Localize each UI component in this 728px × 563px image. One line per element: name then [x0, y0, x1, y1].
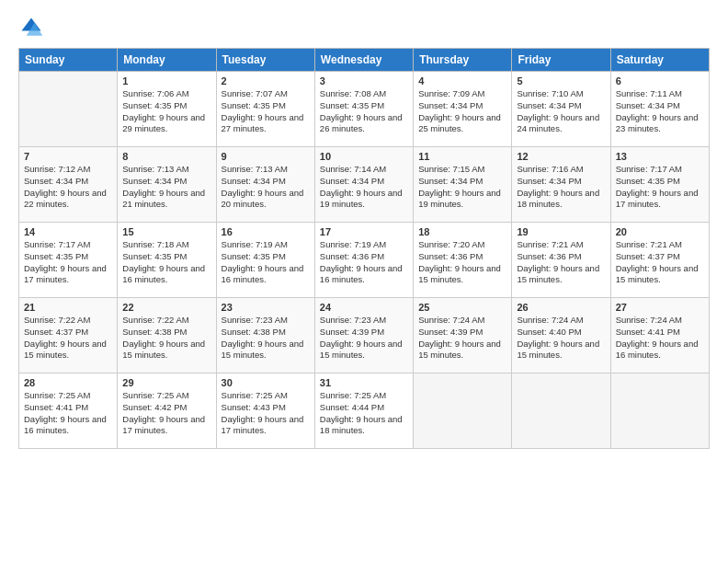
calendar-table: SundayMondayTuesdayWednesdayThursdayFrid… [18, 48, 710, 449]
day-number: 6 [616, 75, 704, 86]
day-number: 31 [320, 377, 408, 388]
day-number: 12 [517, 151, 605, 162]
calendar-day-cell: 24Sunrise: 7:23 AMSunset: 4:39 PMDayligh… [314, 298, 413, 373]
day-info: Sunrise: 7:19 AMSunset: 4:36 PMDaylight:… [320, 239, 408, 286]
day-number: 11 [418, 151, 506, 162]
day-number: 26 [517, 302, 605, 313]
weekday-header: Saturday [610, 49, 709, 72]
day-number: 7 [24, 151, 112, 162]
day-info: Sunrise: 7:13 AMSunset: 4:34 PMDaylight:… [222, 164, 310, 211]
calendar-day-cell: 27Sunrise: 7:24 AMSunset: 4:41 PMDayligh… [610, 298, 709, 373]
day-info: Sunrise: 7:18 AMSunset: 4:35 PMDaylight:… [122, 239, 210, 286]
day-number: 24 [320, 302, 408, 313]
day-info: Sunrise: 7:23 AMSunset: 4:38 PMDaylight:… [222, 315, 310, 362]
calendar-day-cell: 18Sunrise: 7:20 AMSunset: 4:36 PMDayligh… [414, 223, 512, 298]
day-info: Sunrise: 7:19 AMSunset: 4:35 PMDaylight:… [222, 239, 310, 286]
calendar-day-cell: 25Sunrise: 7:24 AMSunset: 4:39 PMDayligh… [414, 298, 512, 373]
day-info: Sunrise: 7:24 AMSunset: 4:41 PMDaylight:… [616, 315, 704, 362]
calendar-day-cell: 9Sunrise: 7:13 AMSunset: 4:34 PMDaylight… [216, 147, 314, 223]
day-info: Sunrise: 7:25 AMSunset: 4:41 PMDaylight:… [24, 390, 112, 437]
calendar-week-row: 28Sunrise: 7:25 AMSunset: 4:41 PMDayligh… [19, 373, 710, 449]
logo [18, 15, 48, 40]
day-info: Sunrise: 7:20 AMSunset: 4:36 PMDaylight:… [418, 239, 506, 286]
weekday-header: Sunday [19, 49, 118, 72]
weekday-header: Friday [512, 49, 610, 72]
day-number: 3 [320, 75, 408, 86]
day-info: Sunrise: 7:12 AMSunset: 4:34 PMDaylight:… [24, 164, 112, 211]
day-number: 17 [320, 226, 408, 237]
calendar-day-cell: 14Sunrise: 7:17 AMSunset: 4:35 PMDayligh… [19, 223, 118, 298]
day-info: Sunrise: 7:25 AMSunset: 4:42 PMDaylight:… [122, 390, 210, 437]
day-info: Sunrise: 7:17 AMSunset: 4:35 PMDaylight:… [616, 164, 704, 211]
day-number: 16 [222, 226, 310, 237]
calendar-day-cell: 19Sunrise: 7:21 AMSunset: 4:36 PMDayligh… [512, 223, 610, 298]
weekday-header: Thursday [414, 49, 512, 72]
page: SundayMondayTuesdayWednesdayThursdayFrid… [0, 0, 728, 563]
day-info: Sunrise: 7:25 AMSunset: 4:44 PMDaylight:… [320, 390, 408, 437]
calendar-day-cell: 2Sunrise: 7:07 AMSunset: 4:35 PMDaylight… [216, 72, 314, 147]
day-info: Sunrise: 7:16 AMSunset: 4:34 PMDaylight:… [517, 164, 605, 211]
day-info: Sunrise: 7:22 AMSunset: 4:37 PMDaylight:… [24, 315, 112, 362]
day-info: Sunrise: 7:13 AMSunset: 4:34 PMDaylight:… [122, 164, 210, 211]
calendar-day-cell: 4Sunrise: 7:09 AMSunset: 4:34 PMDaylight… [414, 72, 512, 147]
day-info: Sunrise: 7:22 AMSunset: 4:38 PMDaylight:… [122, 315, 210, 362]
calendar-day-cell: 26Sunrise: 7:24 AMSunset: 4:40 PMDayligh… [512, 298, 610, 373]
day-number: 9 [222, 151, 310, 162]
day-number: 20 [616, 226, 704, 237]
day-info: Sunrise: 7:23 AMSunset: 4:39 PMDaylight:… [320, 315, 408, 362]
calendar-day-cell: 31Sunrise: 7:25 AMSunset: 4:44 PMDayligh… [314, 373, 413, 449]
calendar-day-cell [610, 373, 709, 449]
calendar-day-cell: 30Sunrise: 7:25 AMSunset: 4:43 PMDayligh… [216, 373, 314, 449]
calendar-day-cell [19, 72, 118, 147]
calendar-day-cell: 8Sunrise: 7:13 AMSunset: 4:34 PMDaylight… [118, 147, 216, 223]
day-number: 4 [418, 75, 506, 86]
day-number: 29 [122, 377, 210, 388]
day-number: 19 [517, 226, 605, 237]
weekday-header: Wednesday [314, 49, 413, 72]
calendar-day-cell: 5Sunrise: 7:10 AMSunset: 4:34 PMDaylight… [512, 72, 610, 147]
calendar-day-cell: 15Sunrise: 7:18 AMSunset: 4:35 PMDayligh… [118, 223, 216, 298]
day-info: Sunrise: 7:21 AMSunset: 4:37 PMDaylight:… [616, 239, 704, 286]
calendar-day-cell [512, 373, 610, 449]
header [18, 15, 710, 40]
day-number: 23 [222, 302, 310, 313]
calendar-day-cell: 20Sunrise: 7:21 AMSunset: 4:37 PMDayligh… [610, 223, 709, 298]
calendar-day-cell: 13Sunrise: 7:17 AMSunset: 4:35 PMDayligh… [610, 147, 709, 223]
day-info: Sunrise: 7:17 AMSunset: 4:35 PMDaylight:… [24, 239, 112, 286]
day-info: Sunrise: 7:14 AMSunset: 4:34 PMDaylight:… [320, 164, 408, 211]
calendar-day-cell: 11Sunrise: 7:15 AMSunset: 4:34 PMDayligh… [414, 147, 512, 223]
day-number: 28 [24, 377, 112, 388]
calendar-week-row: 7Sunrise: 7:12 AMSunset: 4:34 PMDaylight… [19, 147, 710, 223]
calendar-day-cell: 6Sunrise: 7:11 AMSunset: 4:34 PMDaylight… [610, 72, 709, 147]
day-info: Sunrise: 7:11 AMSunset: 4:34 PMDaylight:… [616, 88, 704, 135]
day-number: 18 [418, 226, 506, 237]
calendar-week-row: 1Sunrise: 7:06 AMSunset: 4:35 PMDaylight… [19, 72, 710, 147]
day-info: Sunrise: 7:10 AMSunset: 4:34 PMDaylight:… [517, 88, 605, 135]
day-info: Sunrise: 7:24 AMSunset: 4:39 PMDaylight:… [418, 315, 506, 362]
day-info: Sunrise: 7:09 AMSunset: 4:34 PMDaylight:… [418, 88, 506, 135]
calendar-week-row: 14Sunrise: 7:17 AMSunset: 4:35 PMDayligh… [19, 223, 710, 298]
day-info: Sunrise: 7:15 AMSunset: 4:34 PMDaylight:… [418, 164, 506, 211]
weekday-header: Monday [118, 49, 216, 72]
day-number: 27 [616, 302, 704, 313]
calendar-day-cell: 10Sunrise: 7:14 AMSunset: 4:34 PMDayligh… [314, 147, 413, 223]
day-info: Sunrise: 7:25 AMSunset: 4:43 PMDaylight:… [222, 390, 310, 437]
logo-icon [18, 15, 44, 40]
calendar-day-cell [414, 373, 512, 449]
calendar-week-row: 21Sunrise: 7:22 AMSunset: 4:37 PMDayligh… [19, 298, 710, 373]
calendar-day-cell: 17Sunrise: 7:19 AMSunset: 4:36 PMDayligh… [314, 223, 413, 298]
day-info: Sunrise: 7:24 AMSunset: 4:40 PMDaylight:… [517, 315, 605, 362]
calendar-day-cell: 23Sunrise: 7:23 AMSunset: 4:38 PMDayligh… [216, 298, 314, 373]
day-info: Sunrise: 7:21 AMSunset: 4:36 PMDaylight:… [517, 239, 605, 286]
calendar-day-cell: 21Sunrise: 7:22 AMSunset: 4:37 PMDayligh… [19, 298, 118, 373]
calendar-day-cell: 1Sunrise: 7:06 AMSunset: 4:35 PMDaylight… [118, 72, 216, 147]
calendar-day-cell: 28Sunrise: 7:25 AMSunset: 4:41 PMDayligh… [19, 373, 118, 449]
day-info: Sunrise: 7:06 AMSunset: 4:35 PMDaylight:… [122, 88, 210, 135]
calendar-day-cell: 7Sunrise: 7:12 AMSunset: 4:34 PMDaylight… [19, 147, 118, 223]
day-number: 1 [122, 75, 210, 86]
day-info: Sunrise: 7:07 AMSunset: 4:35 PMDaylight:… [222, 88, 310, 135]
calendar-day-cell: 16Sunrise: 7:19 AMSunset: 4:35 PMDayligh… [216, 223, 314, 298]
day-number: 25 [418, 302, 506, 313]
calendar-day-cell: 12Sunrise: 7:16 AMSunset: 4:34 PMDayligh… [512, 147, 610, 223]
calendar-header-row: SundayMondayTuesdayWednesdayThursdayFrid… [19, 49, 710, 72]
